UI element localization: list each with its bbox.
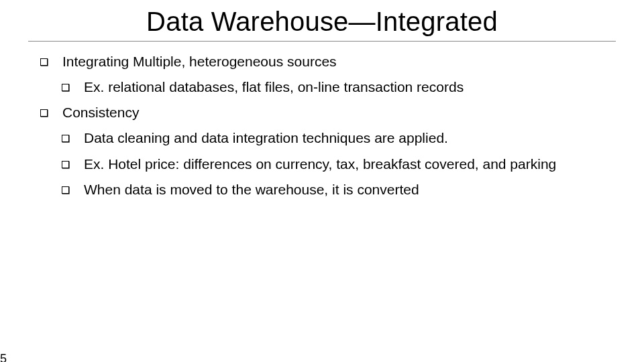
square-bullet-icon (40, 109, 48, 117)
slide: Data Warehouse—Integrated Integrating Mu… (0, 7, 644, 362)
square-bullet-icon (62, 135, 69, 142)
title-divider (28, 41, 616, 42)
list-item-text: Ex. Hotel price: differences on currency… (84, 156, 612, 172)
square-bullet-icon (62, 186, 69, 194)
list-item-text: Consistency (62, 105, 612, 121)
list-item: Integrating Multiple, heterogeneous sour… (40, 54, 612, 70)
slide-title: Data Warehouse—Integrated (0, 7, 644, 37)
square-bullet-icon (40, 58, 48, 66)
list-item-text: Integrating Multiple, heterogeneous sour… (62, 54, 612, 70)
square-bullet-icon (62, 161, 69, 168)
list-item-text: Data cleaning and data integration techn… (84, 130, 612, 146)
list-item: Ex. Hotel price: differences on currency… (62, 156, 612, 172)
list-item: Ex. relational databases, flat files, on… (62, 79, 612, 95)
list-item: Consistency (40, 105, 612, 121)
page-number: 5 (0, 352, 7, 362)
list-item: Data cleaning and data integration techn… (62, 130, 612, 146)
slide-content: Integrating Multiple, heterogeneous sour… (40, 54, 612, 198)
list-item-text: When data is moved to the warehouse, it … (84, 182, 612, 198)
list-item-text: Ex. relational databases, flat files, on… (84, 79, 612, 95)
square-bullet-icon (62, 84, 69, 91)
list-item: When data is moved to the warehouse, it … (62, 182, 612, 198)
